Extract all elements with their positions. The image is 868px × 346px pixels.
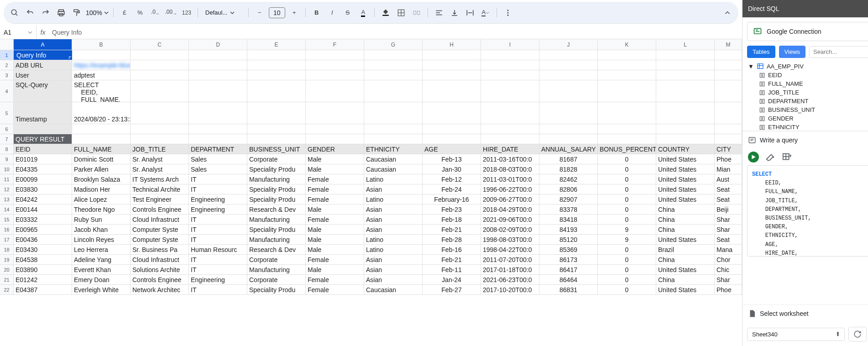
paint-format-icon[interactable] (70, 6, 83, 19)
cell[interactable] (364, 80, 423, 102)
italic-button[interactable]: I (326, 6, 339, 19)
cell[interactable]: 0 (598, 174, 656, 184)
cell[interactable]: 2017-01-18T00:0 (481, 265, 539, 274)
row-header[interactable]: 21 (0, 275, 14, 284)
cell[interactable] (364, 134, 423, 144)
cell[interactable]: 86464 (539, 275, 598, 284)
cell[interactable]: Feb-21 (423, 225, 481, 234)
cell[interactable]: Caucasian (364, 154, 423, 164)
h-align-button[interactable] (433, 6, 445, 19)
row-header[interactable]: 19 (0, 255, 14, 264)
column-header[interactable]: E (247, 39, 306, 50)
cell[interactable]: E03332 (14, 215, 72, 224)
cell[interactable] (715, 50, 742, 60)
cell[interactable]: 0 (598, 184, 656, 194)
cell[interactable]: 0 (598, 285, 656, 294)
row-header[interactable]: 20 (0, 265, 14, 274)
column-title[interactable]: FULL_NAME (72, 144, 131, 154)
cell[interactable]: Leo Herrera (72, 245, 131, 254)
cell[interactable]: Lincoln Reyes (72, 235, 131, 244)
cell[interactable]: Sr. Analyst (131, 164, 189, 174)
row-header[interactable]: 17 (0, 235, 14, 244)
cell[interactable]: Beiji (715, 204, 742, 214)
cell[interactable]: E03890 (14, 265, 72, 274)
cell[interactable]: Cloud Infrastruct (131, 215, 189, 224)
cell[interactable]: Shar (715, 225, 742, 234)
tree-column[interactable]: DEPARTMENT (745, 97, 868, 105)
strikethrough-button[interactable]: S (341, 6, 354, 19)
cell[interactable] (481, 70, 539, 80)
tables-tab[interactable]: Tables (747, 46, 775, 58)
row-header[interactable]: 14 (0, 204, 14, 214)
cell[interactable]: Speciality Produ (247, 225, 306, 234)
column-header[interactable]: G (364, 39, 423, 50)
cell[interactable]: Alice Lopez (72, 194, 131, 204)
column-title[interactable]: CITY (715, 144, 742, 154)
cell[interactable]: Engineering (189, 275, 247, 284)
column-title[interactable]: COUNTRY (656, 144, 715, 154)
cell[interactable]: 82907 (539, 194, 598, 204)
cell[interactable]: 2011-07-20T00:0 (481, 255, 539, 264)
tree-column[interactable]: GENDER (745, 114, 868, 123)
cell[interactable] (423, 60, 481, 70)
cell[interactable]: Chic (715, 265, 742, 274)
cell[interactable]: 1996-06-22T00:0 (481, 184, 539, 194)
cell[interactable]: IT (189, 235, 247, 244)
cell[interactable] (131, 134, 189, 144)
row-header[interactable]: 4 (0, 80, 14, 102)
cell[interactable]: Male (306, 245, 364, 254)
cell[interactable]: United States (656, 285, 715, 294)
cell[interactable] (306, 134, 364, 144)
cell[interactable]: 2018-04-29T00:0 (481, 204, 539, 214)
cell[interactable]: Engineering (189, 194, 247, 204)
sql-editor[interactable]: SELECT EEID, FULL_NAME, JOB_TITLE, DEPAR… (747, 165, 868, 257)
cell[interactable]: Speciality Produ (247, 164, 306, 174)
cell[interactable] (656, 134, 715, 144)
cell[interactable]: Corporate (247, 255, 306, 264)
increase-font-button[interactable]: + (288, 6, 301, 19)
cell[interactable]: IT (189, 225, 247, 234)
cell[interactable]: E04387 (14, 285, 72, 294)
cell[interactable]: 83418 (539, 215, 598, 224)
cell[interactable]: China (656, 204, 715, 214)
more-icon[interactable] (502, 6, 514, 19)
row-header[interactable]: 7 (0, 134, 14, 144)
cell[interactable]: Seat (715, 184, 742, 194)
row-header[interactable]: 11 (0, 174, 14, 184)
cell[interactable] (364, 50, 423, 60)
cell[interactable] (423, 102, 481, 124)
cell[interactable]: Seat (715, 235, 742, 244)
cell[interactable] (189, 102, 247, 124)
cell[interactable]: Speciality Produ (247, 184, 306, 194)
column-title[interactable]: ANNUAL_SALARY (539, 144, 598, 154)
cell[interactable] (364, 102, 423, 124)
column-title[interactable]: HIRE_DATE (481, 144, 539, 154)
cell[interactable]: Manufacturing (247, 235, 306, 244)
cell[interactable]: Asian (364, 255, 423, 264)
cell[interactable]: Jan-24 (423, 275, 481, 284)
cell[interactable]: E04335 (14, 164, 72, 174)
cell[interactable] (247, 60, 306, 70)
cell[interactable]: China (656, 255, 715, 264)
cell[interactable]: Everett Khan (72, 265, 131, 274)
cell[interactable] (423, 134, 481, 144)
tree-column[interactable]: EEID (745, 71, 868, 79)
cell[interactable]: Mian (715, 164, 742, 174)
cell[interactable] (189, 70, 247, 80)
cell[interactable]: Shar (715, 215, 742, 224)
cell[interactable]: 85120 (539, 235, 598, 244)
cell[interactable]: Ruby Sun (72, 215, 131, 224)
cell[interactable]: Parker Allen (72, 164, 131, 174)
cell[interactable]: 2009-06-27T00:0 (481, 194, 539, 204)
views-tab[interactable]: Views (779, 46, 805, 58)
cell[interactable]: Jacob Khan (72, 225, 131, 234)
cell[interactable]: Madison Her (72, 184, 131, 194)
cell[interactable]: 2011-03-16T00:0 (481, 154, 539, 164)
tree-column[interactable]: BUSINESS_UNIT (745, 105, 868, 114)
number-format-button[interactable]: 123 (180, 6, 193, 19)
cell[interactable]: E03830 (14, 184, 72, 194)
cell[interactable]: Aust (715, 174, 742, 184)
cell[interactable]: 0 (598, 154, 656, 164)
cell[interactable] (481, 60, 539, 70)
cell[interactable] (247, 124, 306, 134)
